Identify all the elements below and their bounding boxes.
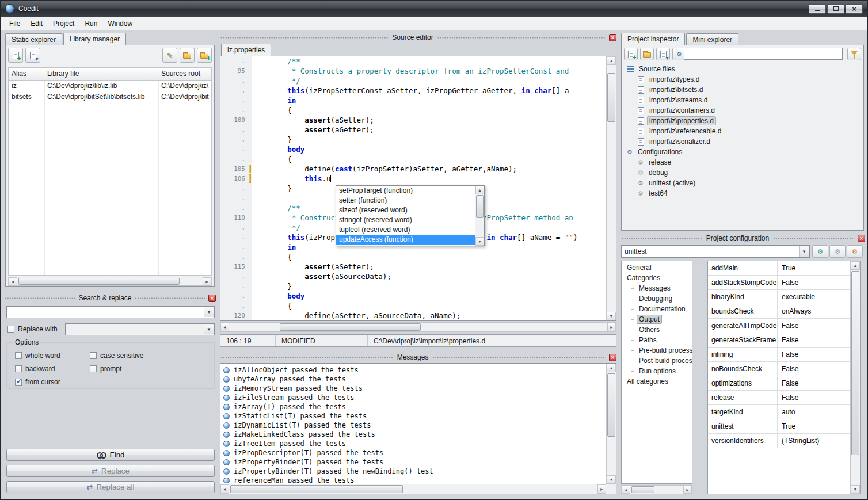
- tree-config-unittest-active[interactable]: ⚙unittest (active): [623, 178, 862, 188]
- replace-term-combo[interactable]: ▼: [65, 323, 215, 335]
- column-header-library-file[interactable]: Library file: [44, 68, 158, 80]
- category-paths[interactable]: Paths: [622, 335, 692, 345]
- table-row[interactable]: izC:\Dev\dproj\iz\lib\iz.libC:\Dev\dproj…: [9, 81, 211, 91]
- tree-node-source-files[interactable]: Source files: [623, 64, 862, 74]
- clear-filter-button[interactable]: [847, 48, 861, 60]
- editor-horizontal-scrollbar[interactable]: ◄ ►: [220, 322, 616, 332]
- message-item[interactable]: izPropertyBinder(T) passed the newBindin…: [222, 467, 606, 476]
- message-item[interactable]: izAllocObject passed the tests: [222, 365, 606, 375]
- option-whole-word[interactable]: whole word: [15, 352, 90, 360]
- tree-file-import-iz-referencable-d[interactable]: import\iz\referencable.d: [623, 126, 862, 136]
- message-item[interactable]: referenceMan passed the tests: [222, 476, 606, 483]
- category-categories[interactable]: Categories: [622, 273, 692, 283]
- message-item[interactable]: ubyteArray passed the tests: [222, 375, 606, 384]
- scroll-track[interactable]: [229, 323, 607, 331]
- add-library-button[interactable]: [8, 48, 23, 63]
- message-item[interactable]: izFileStream passed the tests: [222, 393, 606, 402]
- scroll-up-button[interactable]: ▲: [475, 186, 484, 194]
- search-term-combo[interactable]: ▼: [6, 306, 215, 318]
- scroll-right-button[interactable]: ►: [607, 323, 616, 331]
- property-row-noboundscheck[interactable]: noBoundsCheckFalse: [708, 362, 850, 376]
- category-messages[interactable]: Messages: [622, 283, 692, 293]
- chevron-down-icon[interactable]: ▼: [799, 246, 809, 257]
- menu-edit[interactable]: Edit: [25, 18, 48, 29]
- checkbox-box[interactable]: [15, 379, 22, 386]
- scroll-track[interactable]: [630, 486, 683, 494]
- scroll-right-button[interactable]: ►: [597, 484, 606, 494]
- scroll-thumb[interactable]: [607, 373, 615, 437]
- message-item[interactable]: izPropDescriptor(T) passed the tests: [222, 448, 606, 457]
- library-table-hscrollbar[interactable]: ◄ ►: [8, 277, 212, 286]
- property-row-optimizations[interactable]: optimizationsFalse: [708, 376, 850, 391]
- column-header-sources-root[interactable]: Sources root: [158, 68, 211, 80]
- property-row-unittest[interactable]: unittestTrue: [708, 419, 850, 434]
- message-item[interactable]: izTreeItem passed the tests: [222, 439, 606, 448]
- configuration-combo[interactable]: unittest ▼: [621, 245, 810, 258]
- option-case-sensitive[interactable]: case sensitive: [90, 352, 210, 360]
- messages-vertical-scrollbar[interactable]: ▲ ▼: [606, 364, 616, 484]
- property-row-addmain[interactable]: addMainTrue: [708, 261, 850, 276]
- tree-file-import-iz-bitsets-d[interactable]: import\iz\bitsets.d: [623, 85, 862, 95]
- property-row-binarykind[interactable]: binaryKindexecutable: [708, 290, 850, 304]
- completion-item-tupleof-reserved-word[interactable]: tupleof (reserved word): [336, 225, 475, 235]
- property-row-inlining[interactable]: inliningFalse: [708, 348, 850, 362]
- category-post-build-process[interactable]: Post-build process: [622, 356, 692, 366]
- clone-configuration-button[interactable]: ⚙: [829, 245, 846, 258]
- close-editor-panel-button[interactable]: ×: [609, 34, 616, 41]
- replace-all-button[interactable]: ⇄Replace all: [6, 481, 215, 493]
- tree-file-import-iz-streams-d[interactable]: import\iz\streams.d: [623, 95, 862, 105]
- category-others[interactable]: Others: [622, 325, 692, 335]
- configuration-categories[interactable]: GeneralCategoriesMessagesDebuggingDocume…: [621, 261, 692, 484]
- scroll-right-button[interactable]: ►: [683, 486, 692, 494]
- chevron-down-icon[interactable]: ▼: [204, 325, 214, 334]
- tree-file-import-iz-serializer-d[interactable]: import\iz\serializer.d: [623, 136, 862, 147]
- tab-mini-explorer[interactable]: Mini explorer: [686, 33, 738, 45]
- close-config-panel-button[interactable]: ×: [858, 235, 865, 242]
- scroll-thumb[interactable]: [631, 486, 654, 493]
- messages-list[interactable]: izAllocObject passed the testsubyteArray…: [222, 365, 606, 483]
- menu-file[interactable]: File: [4, 18, 25, 29]
- category-general[interactable]: General: [622, 262, 692, 273]
- completion-scrollbar[interactable]: ▲ ▼: [475, 186, 484, 246]
- property-grid-scrollbar[interactable]: ▲ ▼: [850, 261, 860, 494]
- property-row-boundscheck[interactable]: boundsCheckonAlways: [708, 304, 850, 319]
- option-backward[interactable]: backward: [15, 365, 90, 373]
- code-editor[interactable]: .95....100....105106...110....115....120…: [220, 56, 616, 321]
- completion-item-updateaccess-function[interactable]: updateAccess (function): [336, 235, 475, 245]
- close-messages-panel-button[interactable]: ×: [609, 354, 616, 361]
- scroll-down-button[interactable]: ▼: [475, 237, 484, 246]
- title-bar[interactable]: Coedit ×: [1, 1, 867, 17]
- chevron-down-icon[interactable]: ▼: [204, 307, 214, 317]
- scroll-track[interactable]: [607, 65, 616, 312]
- add-library-folder-button[interactable]: [197, 48, 212, 63]
- scroll-left-button[interactable]: ◄: [622, 486, 630, 494]
- scroll-right-button[interactable]: ►: [203, 277, 211, 285]
- tab-static-explorer[interactable]: Static explorer: [5, 33, 62, 45]
- close-button[interactable]: ×: [846, 4, 863, 14]
- add-configuration-button[interactable]: ⚙: [812, 245, 828, 258]
- scroll-up-button[interactable]: ▲: [851, 261, 860, 270]
- maximize-button[interactable]: [827, 4, 844, 14]
- categories-hscrollbar[interactable]: ◄ ►: [621, 485, 692, 494]
- scroll-left-button[interactable]: ◄: [220, 323, 229, 331]
- checkbox-box[interactable]: [15, 365, 22, 372]
- tab-project-inspector[interactable]: Project inspector: [621, 33, 685, 45]
- scroll-thumb[interactable]: [230, 485, 403, 493]
- import-source-button[interactable]: [656, 48, 670, 60]
- scroll-down-button[interactable]: ▼: [607, 475, 616, 484]
- property-rows[interactable]: addMainTrueaddStackStompCodeFalsebinaryK…: [708, 261, 850, 494]
- tree-node-configurations[interactable]: ⚙Configurations: [623, 147, 862, 157]
- property-row-release[interactable]: releaseFalse: [708, 391, 850, 405]
- scroll-left-button[interactable]: ◄: [9, 277, 17, 285]
- completion-item-setter-function[interactable]: setter (function): [336, 196, 475, 205]
- scroll-thumb[interactable]: [476, 195, 484, 218]
- property-row-generatestackframe[interactable]: generateStackFrameFalse: [708, 333, 850, 348]
- tree-config-debug[interactable]: ⚙debug: [623, 167, 862, 178]
- scroll-thumb[interactable]: [851, 271, 859, 455]
- editor-vertical-scrollbar[interactable]: ▲ ▼: [606, 56, 616, 320]
- completion-item-setproptarget-function[interactable]: setPropTarget (function): [336, 186, 475, 196]
- project-tree[interactable]: Source filesimport\iz\types.dimport\iz\b…: [623, 64, 862, 228]
- messages-horizontal-scrollbar[interactable]: ◄ ►: [220, 484, 606, 494]
- tree-file-import-iz-properties-d[interactable]: import\iz\properties.d: [623, 116, 862, 126]
- close-search-panel-button[interactable]: ×: [208, 295, 216, 302]
